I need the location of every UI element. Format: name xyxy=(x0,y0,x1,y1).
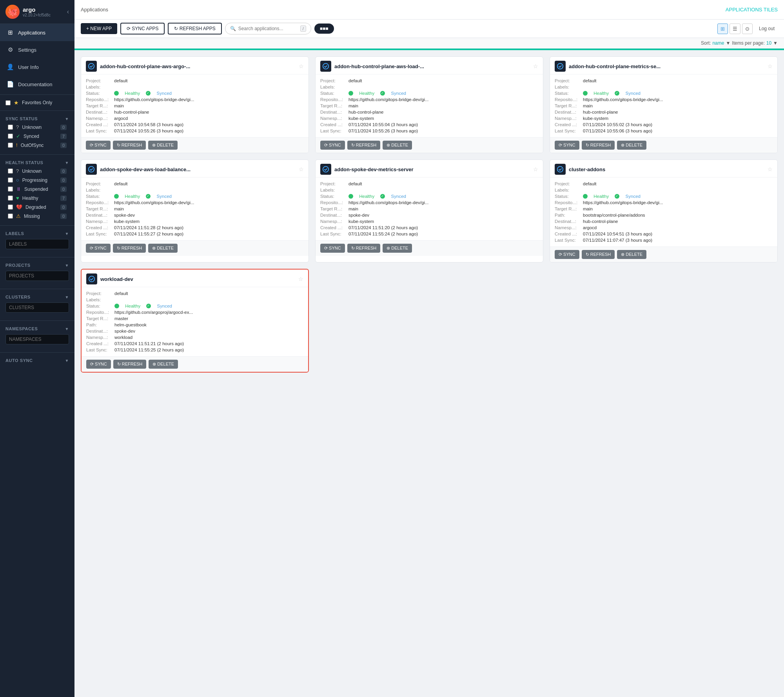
app-card-2-icon xyxy=(320,61,331,72)
card-7-delete-button[interactable]: ⊗ DELETE xyxy=(149,360,178,369)
list-view-button[interactable]: ☰ xyxy=(730,24,740,34)
favorites-checkbox[interactable] xyxy=(5,100,11,105)
app-card-3: addon-hub-control-plane-metrics-se... ☆ … xyxy=(550,56,778,153)
health-unknown-checkbox[interactable] xyxy=(8,168,13,174)
card-2-refresh-button[interactable]: ↻ REFRESH xyxy=(347,141,381,150)
card-2-sync-button[interactable]: ⟳ SYNC xyxy=(320,141,345,150)
card-3-delete-button[interactable]: ⊗ DELETE xyxy=(617,141,646,150)
app-card-1-name: addon-hub-control-plane-aws-argo-... xyxy=(100,63,296,69)
namespaces-header[interactable]: NAMESPACES ▼ xyxy=(5,324,69,333)
app-card-3-star[interactable]: ☆ xyxy=(768,63,773,69)
app-card-6-star[interactable]: ☆ xyxy=(768,166,773,172)
card-5-refresh-button[interactable]: ↻ REFRESH xyxy=(347,244,381,253)
namespaces-input[interactable] xyxy=(5,334,69,344)
card-4-sync-button[interactable]: ⟳ SYNC xyxy=(86,244,111,253)
sync-apps-button[interactable]: ⟳ SYNC APPS xyxy=(120,23,165,34)
app-card-1-star[interactable]: ☆ xyxy=(299,63,304,69)
logo-left: 🐙 argo v2.10.2+fcf5d8c xyxy=(5,5,51,19)
health-filter-degraded[interactable]: 💔 Degraded 0 xyxy=(5,203,69,212)
sync-filter-outofsync[interactable]: ! OutOfSync 0 xyxy=(5,141,69,150)
health-status-header[interactable]: HEALTH STATUS ▼ xyxy=(5,158,69,167)
app-card-4-icon xyxy=(86,164,97,175)
labels-section: LABELS ▼ xyxy=(0,227,74,255)
sync-outofsync-checkbox[interactable] xyxy=(8,143,13,148)
health-missing-icon: ⚠ xyxy=(16,213,21,219)
card-6-delete-button[interactable]: ⊗ DELETE xyxy=(617,250,646,259)
card-5-sync-button[interactable]: ⟳ SYNC xyxy=(320,244,345,253)
card-7-sync-button[interactable]: ⟳ SYNC xyxy=(86,360,111,369)
app-card-7-icon xyxy=(86,273,97,284)
sync-filter-unknown[interactable]: ? Unknown 0 xyxy=(5,123,69,132)
refresh-apps-button[interactable]: ↻ REFRESH APPS xyxy=(168,23,221,34)
clusters-input[interactable] xyxy=(5,302,69,313)
app-name: argo xyxy=(23,6,51,13)
health-filter-missing[interactable]: ⚠ Missing 0 xyxy=(5,212,69,221)
app-card-4-dest: spoke-dev xyxy=(114,213,304,217)
card-4-refresh-button[interactable]: ↻ REFRESH xyxy=(113,244,146,253)
back-button[interactable]: ‹ xyxy=(67,8,69,15)
search-input[interactable] xyxy=(238,26,298,31)
sidebar-label-applications: Applications xyxy=(18,30,45,36)
sidebar-item-documentation[interactable]: 📄 Documentation xyxy=(0,76,74,93)
new-app-button[interactable]: + NEW APP xyxy=(81,23,117,34)
sync-outofsync-icon: ! xyxy=(16,142,18,148)
health-filter-unknown[interactable]: ? Unknown 0 xyxy=(5,167,69,176)
card-3-sync-button[interactable]: ⟳ SYNC xyxy=(555,141,579,150)
card-4-delete-button[interactable]: ⊗ DELETE xyxy=(148,244,178,253)
summary-view-button[interactable]: ⊙ xyxy=(742,24,753,34)
health-filter-healthy[interactable]: ♥ Healthy 7 xyxy=(5,194,69,203)
labels-arrow: ▼ xyxy=(65,232,69,236)
card-2-delete-button[interactable]: ⊗ DELETE xyxy=(383,141,412,150)
card-3-refresh-button[interactable]: ↻ REFRESH xyxy=(582,141,615,150)
projects-input[interactable] xyxy=(5,271,69,281)
card-1-refresh-button[interactable]: ↻ REFRESH xyxy=(113,141,146,150)
health-degraded-icon: 💔 xyxy=(16,204,22,210)
health-progressing-checkbox[interactable] xyxy=(8,177,13,183)
projects-header[interactable]: PROJECTS ▼ xyxy=(5,261,69,269)
app-card-1-repo: https://github.com/gitops-bridge-dev/gi.… xyxy=(114,97,304,102)
app-card-6-lastsync: 07/11/2024 11:07:47 (3 hours ago) xyxy=(583,238,773,243)
card-6-sync-button[interactable]: ⟳ SYNC xyxy=(555,250,579,259)
card-7-refresh-button[interactable]: ↻ REFRESH xyxy=(113,360,147,369)
items-per-page[interactable]: 10 xyxy=(766,40,771,46)
labels-header[interactable]: LABELS ▼ xyxy=(5,229,69,237)
app-card-5-star[interactable]: ☆ xyxy=(533,166,538,172)
health-unknown-count: 0 xyxy=(60,168,67,174)
sync-status-header[interactable]: SYNC STATUS ▼ xyxy=(5,114,69,123)
app-card-4-star[interactable]: ☆ xyxy=(299,166,304,172)
app-grid: addon-hub-control-plane-aws-argo-... ☆ P… xyxy=(81,56,778,373)
sort-by[interactable]: name xyxy=(712,40,724,46)
app-card-1-header: addon-hub-control-plane-aws-argo-... ☆ xyxy=(81,57,309,74)
health-healthy-checkbox[interactable] xyxy=(8,196,13,201)
sync-synced-checkbox[interactable] xyxy=(8,134,13,139)
card-6-refresh-button[interactable]: ↻ REFRESH xyxy=(582,250,615,259)
grid-view-button[interactable]: ⊞ xyxy=(717,24,728,34)
clusters-header[interactable]: CLUSTERS ▼ xyxy=(5,292,69,301)
sync-filter-synced[interactable]: ✓ Synced 7 xyxy=(5,132,69,141)
sync-unknown-checkbox[interactable] xyxy=(8,125,13,130)
health-filter-progressing[interactable]: ○ Progressing 0 xyxy=(5,176,69,185)
sidebar-item-user-info[interactable]: 👤 User Info xyxy=(0,58,74,76)
favorites-filter[interactable]: ★ Favorites Only xyxy=(0,96,74,109)
card-5-delete-button[interactable]: ⊗ DELETE xyxy=(383,244,412,253)
health-suspended-checkbox[interactable] xyxy=(8,186,13,192)
app-card-3-lastsync: 07/11/2024 10:55:06 (3 hours ago) xyxy=(583,129,773,133)
labels-input[interactable] xyxy=(5,239,69,249)
app-card-2-star[interactable]: ☆ xyxy=(533,63,538,69)
card-1-delete-button[interactable]: ⊗ DELETE xyxy=(148,141,178,150)
projects-section: PROJECTS ▼ xyxy=(0,259,74,287)
logout-button[interactable]: Log out xyxy=(756,24,778,33)
sidebar-item-applications[interactable]: ⊞ Applications xyxy=(0,24,74,41)
app-card-2-header: addon-hub-control-plane-aws-load-... ☆ xyxy=(316,57,543,74)
health-degraded-checkbox[interactable] xyxy=(8,205,13,210)
card-1-sync-button[interactable]: ⟳ SYNC xyxy=(86,141,111,150)
auto-sync-header[interactable]: AUTO SYNC ▼ xyxy=(5,356,69,364)
health-filter-suspended[interactable]: ⏸ Suspended 0 xyxy=(5,185,69,194)
health-missing-checkbox[interactable] xyxy=(8,214,13,219)
sync-synced-icon: ✓ xyxy=(16,133,20,139)
filter-button[interactable]: ■■■ xyxy=(314,24,334,34)
sidebar-item-settings[interactable]: ⚙ Settings xyxy=(0,41,74,58)
app-card-2-name: addon-hub-control-plane-aws-load-... xyxy=(334,63,530,69)
app-card-7-star[interactable]: ☆ xyxy=(298,276,303,282)
auto-sync-section: AUTO SYNC ▼ xyxy=(0,354,74,368)
